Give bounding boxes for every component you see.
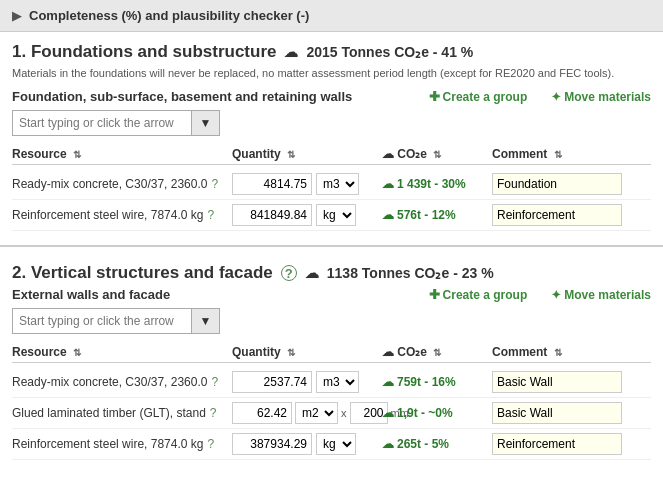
help-icon-s2-r3[interactable]: ? — [207, 437, 214, 451]
sort-icon-comment-s1: ⇅ — [554, 149, 562, 160]
sort-icon-co2-s1: ⇅ — [433, 149, 441, 160]
resource-name-s2-r1: Ready-mix concrete, C30/37, 2360.0 — [12, 375, 207, 389]
co2-value-s2-r1: 759t - 16% — [397, 375, 456, 389]
header-resource-s1: Resource ⇅ — [12, 147, 232, 161]
table-row: Glued laminated timber (GLT), stand ? m2… — [12, 398, 651, 429]
section2-group-header: External walls and facade ✚ Create a gro… — [12, 287, 651, 302]
table-row: Ready-mix concrete, C30/37, 2360.0 ? m3 … — [12, 367, 651, 398]
resource-cell-s2-r2: Glued laminated timber (GLT), stand ? — [12, 406, 232, 420]
comment-input-s2-r1[interactable] — [492, 371, 622, 393]
chevron-right-icon: ▶ — [12, 9, 21, 23]
resource-cell-s1-r1: Ready-mix concrete, C30/37, 2360.0 ? — [12, 177, 232, 191]
move-icon-s1: ✦ — [551, 90, 561, 104]
header-comment-s1: Comment ⇅ — [492, 147, 651, 161]
quantity-input-s2-r1[interactable] — [232, 371, 312, 393]
typing-input-s2[interactable] — [12, 308, 192, 334]
resource-name-s1-r1: Ready-mix concrete, C30/37, 2360.0 — [12, 177, 207, 191]
header-quantity-s2: Quantity ⇅ — [232, 345, 382, 359]
create-group-link-s1[interactable]: ✚ Create a group — [429, 89, 528, 104]
unit-select-s1-r1[interactable]: m3 — [316, 173, 359, 195]
typing-row-s1: ▼ — [12, 110, 651, 136]
help-icon-s2-r2[interactable]: ? — [210, 406, 217, 420]
completeness-label: Completeness (%) and plausibility checke… — [29, 8, 309, 23]
header-quantity-s1: Quantity ⇅ — [232, 147, 382, 161]
move-materials-label-s1: Move materials — [564, 90, 651, 104]
co2-cell-s2-r1: ☁ 759t - 16% — [382, 375, 492, 389]
quantity-input-s1-r2[interactable] — [232, 204, 312, 226]
header-co2-s1: ☁ CO₂e ⇅ — [382, 147, 492, 161]
completeness-bar[interactable]: ▶ Completeness (%) and plausibility chec… — [0, 0, 663, 32]
section1-title: 1. Foundations and substructure ☁ 2015 T… — [12, 42, 651, 62]
section1-group-title: Foundation, sub-surface, basement and re… — [12, 89, 413, 104]
move-materials-link-s2[interactable]: ✦ Move materials — [551, 288, 651, 302]
move-icon-s2: ✦ — [551, 288, 561, 302]
cloud-icon-row-s2-r2: ☁ — [382, 406, 394, 420]
cloud-icon-row-s2-r1: ☁ — [382, 375, 394, 389]
quantity-input-s2-r3[interactable] — [232, 433, 312, 455]
section-foundations: 1. Foundations and substructure ☁ 2015 T… — [0, 32, 663, 239]
comment-input-s1-r2[interactable] — [492, 204, 622, 226]
sort-icon-resource-s2: ⇅ — [73, 347, 81, 358]
resource-name-s1-r2: Reinforcement steel wire, 7874.0 kg — [12, 208, 203, 222]
resource-cell-s2-r3: Reinforcement steel wire, 7874.0 kg ? — [12, 437, 232, 451]
table-row: Ready-mix concrete, C30/37, 2360.0 ? m3 … — [12, 169, 651, 200]
typing-input-s1[interactable] — [12, 110, 192, 136]
cloud-icon-header-s1: ☁ — [382, 147, 394, 161]
section1-co2: 2015 Tonnes CO₂e - 41 % — [306, 44, 473, 60]
move-materials-link-s1[interactable]: ✦ Move materials — [551, 90, 651, 104]
comment-input-s2-r2[interactable] — [492, 402, 622, 424]
create-group-label-s1: Create a group — [443, 90, 528, 104]
table-header-s1: Resource ⇅ Quantity ⇅ ☁ CO₂e ⇅ Comment ⇅ — [12, 144, 651, 165]
comment-input-s2-r3[interactable] — [492, 433, 622, 455]
table-row: Reinforcement steel wire, 7874.0 kg ? kg… — [12, 429, 651, 460]
comment-cell-s1-r1 — [492, 173, 651, 195]
sort-icon-resource-s1: ⇅ — [73, 149, 81, 160]
unit-select-s1-r2[interactable]: kg — [316, 204, 356, 226]
resource-name-s2-r2: Glued laminated timber (GLT), stand — [12, 406, 206, 420]
sort-icon-comment-s2: ⇅ — [554, 347, 562, 358]
header-co2-s2: ☁ CO₂e ⇅ — [382, 345, 492, 359]
unit-select-s2-r1[interactable]: m3 — [316, 371, 359, 393]
comment-cell-s1-r2 — [492, 204, 651, 226]
section1-title-text: 1. Foundations and substructure — [12, 42, 276, 62]
comment-cell-s2-r1 — [492, 371, 651, 393]
sort-icon-co2-s2: ⇅ — [433, 347, 441, 358]
comment-cell-s2-r2 — [492, 402, 651, 424]
typing-dropdown-s1[interactable]: ▼ — [192, 110, 220, 136]
sort-icon-qty-s2: ⇅ — [287, 347, 295, 358]
section1-group-header: Foundation, sub-surface, basement and re… — [12, 89, 651, 104]
co2-cell-s2-r2: ☁ 1,9t - ~0% — [382, 406, 492, 420]
quantity-cell-s2-r3: kg — [232, 433, 382, 455]
cloud-icon-row-s1-r2: ☁ — [382, 208, 394, 222]
cloud-icon-s1: ☁ — [284, 44, 298, 60]
cloud-icon-s2: ☁ — [305, 265, 319, 281]
quantity-cell-s1-r2: kg — [232, 204, 382, 226]
create-group-label-s2: Create a group — [443, 288, 528, 302]
cloud-icon-row-s2-r3: ☁ — [382, 437, 394, 451]
help-icon-s1-r1[interactable]: ? — [211, 177, 218, 191]
section-divider-1 — [0, 245, 663, 247]
help-icon-s2-r1[interactable]: ? — [211, 375, 218, 389]
unit-select-s2-r2[interactable]: m2 — [295, 402, 338, 424]
times-icon-s2-r2: x — [341, 407, 347, 419]
unit-select-s2-r3[interactable]: kg — [316, 433, 356, 455]
resource-name-s2-r3: Reinforcement steel wire, 7874.0 kg — [12, 437, 203, 451]
quantity-cell-s1-r1: m3 — [232, 173, 382, 195]
co2-cell-s1-r1: ☁ 1 439t - 30% — [382, 177, 492, 191]
typing-row-s2: ▼ — [12, 308, 651, 334]
comment-input-s1-r1[interactable] — [492, 173, 622, 195]
create-group-link-s2[interactable]: ✚ Create a group — [429, 287, 528, 302]
quantity-cell-s2-r1: m3 — [232, 371, 382, 393]
help-icon-s2-title[interactable]: ? — [281, 265, 297, 281]
co2-value-s1-r1: 1 439t - 30% — [397, 177, 466, 191]
quantity-input-s1-r1[interactable] — [232, 173, 312, 195]
quantity-input-s2-r2[interactable] — [232, 402, 292, 424]
plus-icon-s2: ✚ — [429, 287, 440, 302]
header-resource-s2: Resource ⇅ — [12, 345, 232, 359]
section2-title: 2. Vertical structures and facade ? ☁ 11… — [12, 263, 651, 283]
help-icon-s1-r2[interactable]: ? — [207, 208, 214, 222]
typing-dropdown-s2[interactable]: ▼ — [192, 308, 220, 334]
co2-value-s2-r2: 1,9t - ~0% — [397, 406, 453, 420]
move-materials-label-s2: Move materials — [564, 288, 651, 302]
section1-note: Materials in the foundations will never … — [12, 66, 651, 81]
